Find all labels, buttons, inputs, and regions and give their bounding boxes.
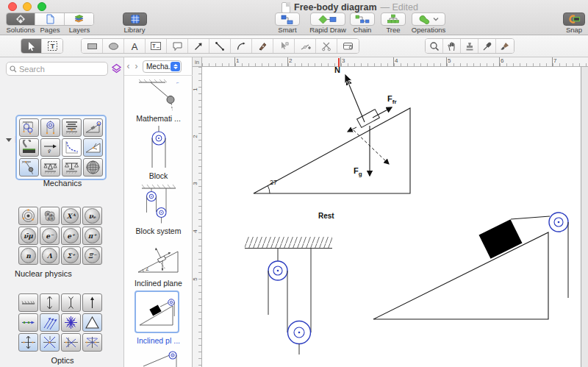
library-nuclear-physics[interactable]: nppn Xᴬ νₑ ν̃μ e⁻ e⁺ π⁺ n Λ Σ⁺ Ξ⁻ (18, 207, 102, 265)
optics-icon-parallel-rays[interactable] (40, 313, 60, 332)
library-button[interactable] (123, 13, 147, 26)
rectangle-tool[interactable] (82, 39, 103, 53)
library-mechanics[interactable]: v̄ (15, 115, 107, 180)
arc-tool[interactable] (231, 39, 252, 53)
optics-icon-refraction[interactable] (40, 333, 60, 352)
optics-icon-ray-diagram[interactable] (61, 333, 81, 352)
optics-icon-optical-path[interactable] (18, 313, 38, 332)
search-field[interactable] (6, 62, 108, 76)
add-anchor-tool[interactable] (295, 39, 316, 53)
forward-button[interactable]: › (132, 61, 140, 71)
snap-button[interactable] (563, 13, 585, 26)
diagram-inclined-plane-pulley[interactable] (373, 213, 568, 319)
shape-block[interactable] (144, 125, 173, 169)
select-tool[interactable] (21, 39, 42, 53)
search-input[interactable] (19, 65, 93, 74)
shape-mathematical-pendulum[interactable]: ⌐ (135, 78, 182, 112)
nuclear-icon-electron[interactable]: e⁻ (40, 227, 60, 245)
ellipse-tool[interactable] (103, 39, 124, 53)
diagram-pulley-system[interactable] (245, 237, 332, 354)
mechanics-icon-hook[interactable] (19, 138, 39, 157)
style-tool[interactable] (337, 39, 359, 53)
nuclear-icon-neutrino[interactable]: νₑ (82, 207, 102, 225)
mechanics-icon-balance-scales[interactable] (62, 158, 82, 177)
zoom-tool[interactable] (426, 39, 443, 53)
tree-button[interactable] (381, 13, 406, 26)
optics-icon-concave-lens[interactable] (61, 293, 81, 312)
nuclear-icon-positron[interactable]: e⁺ (61, 227, 81, 245)
brush-tool[interactable] (496, 39, 514, 53)
mechanics-icon-sphere[interactable] (83, 158, 103, 177)
free-body-diagram-canvas[interactable] (202, 67, 588, 367)
mechanics-icon-pulley-system[interactable] (19, 118, 39, 137)
solutions-icon (15, 14, 26, 24)
shape-inclined-plane-pulley-selected[interactable] (135, 291, 179, 333)
back-button[interactable]: ‹ (124, 61, 132, 71)
arrow-tool[interactable] (188, 39, 209, 53)
mechanics-icon-velocity-vector[interactable]: v̄ (40, 138, 60, 157)
disclosure-triangle-icon[interactable] (6, 138, 12, 142)
mechanics-icon-spring-system[interactable] (62, 118, 82, 137)
shape-inclined-plane[interactable]: ∠ (136, 238, 182, 277)
vertical-ruler[interactable]: 1 2 3 4 5 (193, 67, 202, 367)
optics-icon-ray-arrow[interactable] (82, 293, 102, 312)
optics-icon-prism[interactable] (82, 313, 102, 332)
nuclear-icon-atom[interactable] (18, 207, 38, 225)
optics-icon-image-formation[interactable] (82, 333, 102, 352)
text-select-tool[interactable]: T (42, 39, 62, 53)
cut-tool[interactable] (316, 39, 337, 53)
library-dropdown[interactable]: Mecha... (143, 60, 182, 73)
text-block-tool[interactable]: T (146, 39, 167, 53)
ellipse-tool-icon (108, 41, 119, 51)
shape-partial-next[interactable] (139, 350, 179, 367)
nuclear-icon-neutron[interactable]: n (18, 246, 38, 265)
optics-icon-light-source[interactable] (61, 313, 81, 332)
svg-text:T: T (152, 43, 156, 49)
hand-tool[interactable] (443, 39, 461, 53)
mechanics-icon-inclined-plane-pulley[interactable] (83, 118, 103, 137)
optics-icon-convex-lens[interactable] (40, 293, 60, 312)
shape-label-inclined-plane-pulley: Inclined pl ... (124, 336, 193, 345)
library-optics[interactable] (18, 293, 102, 352)
callout-tool[interactable] (167, 39, 188, 53)
mechanics-icon-decay-curve[interactable] (62, 138, 82, 157)
mechanics-icon-block-pulley[interactable] (40, 118, 60, 137)
nuclear-icon-element[interactable]: Xᴬ (61, 207, 81, 225)
nuclear-icon-antineutrino[interactable]: ν̃μ (18, 227, 38, 245)
nuclear-icon-lambda[interactable]: Λ (40, 246, 60, 265)
stamp-tool[interactable] (461, 39, 478, 53)
horizontal-ruler[interactable]: 1 2 3 4 5 6 7 (202, 57, 588, 67)
operations-button[interactable] (412, 13, 445, 26)
close-window-button[interactable] (8, 2, 17, 11)
layers-button[interactable] (65, 13, 93, 25)
mechanics-icon-lever-scales[interactable] (40, 158, 60, 177)
nuclear-icon-pion[interactable]: π⁺ (82, 227, 102, 245)
library-label: Library (118, 26, 151, 34)
line-tool[interactable] (209, 39, 231, 53)
optics-icon-mirror[interactable] (18, 293, 38, 312)
mechanics-icon-pendulum[interactable] (19, 158, 39, 177)
optics-icon-lens-axis[interactable] (18, 333, 38, 352)
solution-store-icon[interactable] (111, 63, 122, 74)
smart-button[interactable] (275, 13, 300, 26)
text-select-tool-icon: T (47, 40, 58, 51)
rapid-draw-button[interactable] (310, 13, 345, 26)
nuclear-icon-sigma[interactable]: Σ⁺ (61, 246, 81, 265)
solutions-button[interactable] (7, 13, 35, 25)
mechanics-icon-inclined-plane[interactable] (83, 138, 103, 157)
stamp-tool-icon (465, 41, 475, 51)
eyedropper-tool[interactable] (478, 39, 496, 53)
pages-label: Pages (35, 26, 65, 34)
text-tool[interactable]: A (124, 39, 146, 53)
pages-button[interactable] (35, 13, 64, 25)
nuclear-icon-xi[interactable]: Ξ⁻ (82, 246, 102, 265)
shape-block-system[interactable] (139, 182, 179, 225)
zoom-window-button[interactable] (37, 2, 46, 11)
reshape-tool[interactable] (273, 39, 295, 53)
nuclear-icon-nucleus[interactable]: nppn (40, 207, 60, 225)
chain-button[interactable] (350, 13, 375, 26)
chain-icon (355, 15, 370, 24)
pen-tool[interactable] (252, 39, 273, 53)
minimize-window-button[interactable] (23, 2, 32, 11)
shape-label-inclined-plane: Inclined plane (124, 279, 193, 288)
